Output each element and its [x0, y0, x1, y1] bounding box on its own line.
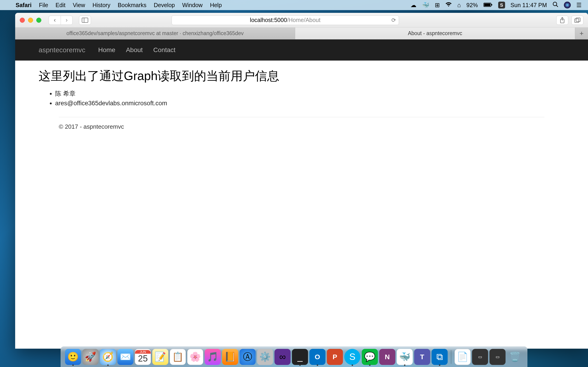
site-navbar: aspntecoremvc Home About Contact — [15, 40, 588, 60]
menu-view[interactable]: View — [73, 2, 85, 8]
dock-skype-icon[interactable]: S — [344, 349, 360, 365]
svg-rect-1 — [484, 3, 490, 6]
sidebar-toggle-button[interactable] — [79, 16, 91, 25]
svg-rect-2 — [491, 4, 492, 6]
dock-trash-icon[interactable]: 🗑️ — [507, 349, 523, 365]
dock-photos-icon[interactable]: 🌸 — [187, 349, 203, 365]
menu-window[interactable]: Window — [182, 2, 203, 8]
page-content: 这里列出了通过Graph读取到的当前用户信息 陈 希章 ares@office3… — [15, 60, 588, 138]
dock-notes-icon[interactable]: 📝 — [152, 349, 168, 365]
dock-docker-icon[interactable]: 🐳 — [397, 349, 413, 365]
navbar-brand[interactable]: aspntecoremvc — [39, 46, 85, 54]
menu-help[interactable]: Help — [210, 2, 222, 8]
list-item: ares@office365devlabs.onmicrosoft.com — [55, 99, 565, 108]
spotlight-icon[interactable] — [552, 1, 558, 9]
macos-menubar: Safari File Edit View History Bookmarks … — [0, 0, 588, 10]
svg-rect-5 — [82, 18, 88, 23]
url-host: localhost:5000 — [250, 17, 287, 23]
cal-month: JUN — [135, 350, 151, 354]
svg-rect-10 — [576, 18, 580, 22]
dock-launchpad-icon[interactable]: 🚀 — [82, 349, 99, 365]
dock-minimized-window-icon[interactable]: ▭ — [489, 349, 506, 365]
svg-point-3 — [553, 2, 557, 6]
back-button[interactable]: ‹ — [49, 16, 61, 25]
maximize-window-button[interactable] — [36, 18, 41, 23]
menubar-clock[interactable]: Sun 11:47 PM — [510, 2, 547, 8]
active-app-name[interactable]: Safari — [16, 2, 32, 8]
page-heading: 这里列出了通过Graph读取到的当前用户信息 — [39, 68, 565, 84]
menu-develop[interactable]: Develop — [154, 2, 175, 8]
dock-mail-icon[interactable]: ✉️ — [117, 349, 133, 365]
browser-tabbar: office365dev/samples/aspnetcoremvc at ma… — [15, 27, 588, 40]
sogou-icon[interactable]: S — [498, 2, 505, 8]
dock-itunes-icon[interactable]: 🎵 — [205, 349, 221, 365]
dock-onenote-icon[interactable]: N — [379, 349, 395, 365]
dock-vscode-icon[interactable]: ⧉ — [432, 349, 448, 365]
grid-icon[interactable]: ⊞ — [435, 2, 440, 9]
window-controls — [20, 18, 41, 23]
list-item: 陈 希章 — [55, 89, 565, 99]
close-window-button[interactable] — [20, 18, 25, 23]
wifi-icon[interactable] — [445, 2, 452, 9]
dock-appstore-icon[interactable]: Ⓐ — [240, 349, 256, 365]
dock-reminders-icon[interactable]: 📋 — [170, 349, 186, 365]
svg-line-4 — [556, 5, 558, 7]
menu-edit[interactable]: Edit — [56, 2, 65, 8]
reload-button[interactable]: ⟳ — [391, 17, 396, 23]
dock-outlook-icon[interactable]: O — [309, 349, 326, 365]
onedrive-icon[interactable]: ☁ — [410, 2, 416, 9]
dock-teams-icon[interactable]: T — [414, 349, 430, 365]
menu-bookmarks[interactable]: Bookmarks — [118, 2, 146, 8]
nav-contact[interactable]: Contact — [153, 46, 175, 54]
forward-button[interactable]: › — [61, 16, 73, 25]
battery-icon[interactable] — [484, 2, 493, 9]
tab-title: About - aspntecoremvc — [408, 30, 462, 36]
address-bar[interactable]: localhost:5000/Home/About ⟳ — [172, 15, 399, 25]
page-footer: © 2017 - aspntecoremvc — [39, 123, 565, 130]
dock-calendar-icon[interactable]: JUN 25 — [135, 349, 151, 365]
tab-title: office365dev/samples/aspnetcoremvc at ma… — [66, 30, 243, 36]
dock-minimized-window-icon[interactable]: ▭ — [472, 349, 488, 365]
macos-dock: 🙂 🚀 🧭 ✉️ JUN 25 📝 📋 🌸 🎵 📙 Ⓐ ⚙️ ∞ _ O P S… — [61, 346, 527, 367]
minimize-window-button[interactable] — [28, 18, 33, 23]
dock-terminal-icon[interactable]: _ — [292, 349, 308, 365]
docker-menubar-icon[interactable]: 🐳 — [422, 2, 429, 9]
nav-about[interactable]: About — [126, 46, 143, 54]
svg-rect-9 — [575, 19, 579, 23]
share-button[interactable] — [556, 16, 568, 25]
dock-wechat-icon[interactable]: 💬 — [362, 349, 378, 365]
notifications-icon[interactable]: ☰ — [576, 2, 582, 9]
dock-ibooks-icon[interactable]: 📙 — [222, 349, 238, 365]
siri-icon[interactable] — [564, 2, 571, 8]
dock-powerpoint-icon[interactable]: P — [327, 349, 343, 365]
nav-home[interactable]: Home — [98, 46, 115, 54]
divider — [59, 117, 544, 117]
dock-finder-icon[interactable]: 🙂 — [65, 349, 81, 365]
user-info-list: 陈 希章 ares@office365devlabs.onmicrosoft.c… — [39, 89, 565, 108]
dock-visualstudio-icon[interactable]: ∞ — [275, 349, 291, 365]
menu-history[interactable]: History — [93, 2, 111, 8]
browser-tab-1[interactable]: About - aspntecoremvc — [295, 27, 575, 39]
dock-systemprefs-icon[interactable]: ⚙️ — [257, 349, 273, 365]
dock-safari-icon[interactable]: 🧭 — [100, 349, 116, 365]
airplay-icon[interactable]: ⌂ — [457, 2, 461, 9]
url-path: /Home/About — [287, 17, 320, 23]
dock-recent-file-icon[interactable]: 📄 — [455, 349, 471, 365]
tabs-button[interactable] — [571, 16, 583, 25]
battery-percentage[interactable]: 92% — [467, 2, 478, 8]
menu-file[interactable]: File — [39, 2, 48, 8]
new-tab-button[interactable]: + — [575, 27, 588, 39]
safari-window: ‹ › localhost:5000/Home/About ⟳ office36… — [15, 13, 588, 349]
browser-tab-0[interactable]: office365dev/samples/aspnetcoremvc at ma… — [15, 27, 295, 39]
browser-toolbar: ‹ › localhost:5000/Home/About ⟳ — [15, 13, 588, 27]
dock-separator — [451, 350, 451, 364]
cal-day: 25 — [138, 354, 148, 364]
